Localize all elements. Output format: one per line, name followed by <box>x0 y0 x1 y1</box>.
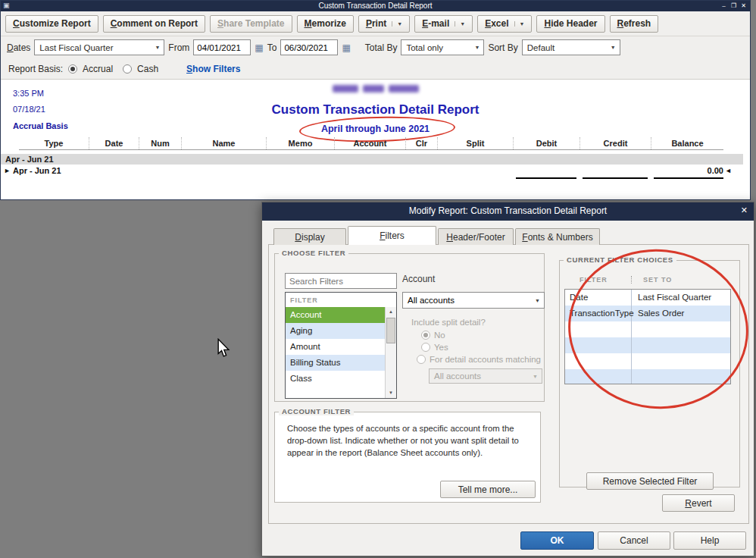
to-date-input[interactable] <box>280 39 338 55</box>
debit-total-underline <box>516 177 576 179</box>
column-header[interactable]: Account <box>334 137 405 149</box>
from-label: From <box>168 42 189 53</box>
excel-dropdown-arrow-icon[interactable]: ▼ <box>514 21 525 27</box>
filter-item-class[interactable]: Class <box>286 371 385 387</box>
filter-row-transaction-type[interactable]: TransactionType Sales Order <box>565 306 730 321</box>
report-filter-bar: Dates Last Fiscal Quarter ▼ From ▦ To ▦ … <box>1 36 750 58</box>
minimize-icon[interactable]: – <box>719 1 729 11</box>
cancel-button[interactable]: Cancel <box>598 531 670 550</box>
filter-row-empty[interactable] <box>565 337 730 353</box>
report-area: 3:35 PM 07/18/21 Accrual Basis Custom Tr… <box>1 80 750 199</box>
filter-item-aging[interactable]: Aging <box>286 323 385 339</box>
accrual-label: Accrual <box>83 64 113 74</box>
column-header[interactable]: Date <box>89 137 139 149</box>
from-date-input[interactable] <box>193 39 251 55</box>
tab-display[interactable]: Display <box>273 228 346 245</box>
show-filters-link[interactable]: Show Filters <box>186 64 240 74</box>
from-calendar-icon[interactable]: ▦ <box>255 42 263 53</box>
filter-row-empty[interactable] <box>565 353 730 369</box>
cash-label: Cash <box>137 64 158 74</box>
column-header[interactable]: Split <box>437 137 513 149</box>
refresh-button[interactable]: Refresh <box>610 15 659 33</box>
dialog-tabs: Display Filters Header/Footer Fonts & Nu… <box>273 226 601 245</box>
print-button[interactable]: Print▼ <box>358 15 410 33</box>
share-template-button[interactable]: Share Template <box>210 15 292 33</box>
report-detail-balance[interactable]: 0.00 <box>651 166 723 175</box>
column-header[interactable]: Clr <box>405 137 437 149</box>
set-to-column-header: SET TO <box>631 276 672 284</box>
filter-item-amount[interactable]: Amount <box>286 339 385 355</box>
close-icon[interactable]: ✕ <box>739 1 748 11</box>
column-header[interactable]: Num <box>139 137 181 149</box>
no-radio[interactable] <box>421 331 430 340</box>
column-header[interactable]: Credit <box>579 137 651 149</box>
email-button[interactable]: E-mail▼ <box>414 15 473 33</box>
filter-column-header: FILTER <box>564 276 631 284</box>
to-calendar-icon[interactable]: ▦ <box>342 42 350 53</box>
filter-item-billing-status[interactable]: Billing Status <box>286 355 385 371</box>
print-dropdown-arrow-icon[interactable]: ▼ <box>392 21 402 27</box>
customize-report-button[interactable]: Customize Report <box>5 15 98 33</box>
scroll-up-icon[interactable]: ▲ <box>386 307 396 317</box>
tab-filters[interactable]: Filters <box>348 226 436 245</box>
scrollbar-thumb[interactable] <box>386 318 395 343</box>
tab-header-footer[interactable]: Header/Footer <box>438 228 514 245</box>
sort-by-select[interactable]: Default ▼ <box>522 39 620 55</box>
column-header[interactable]: Type <box>19 137 89 149</box>
all-accounts-select[interactable]: All accounts ▼ <box>402 292 545 309</box>
yes-radio[interactable] <box>421 343 430 352</box>
filter-list: FILTER Account Aging Amount Billing Stat… <box>285 292 397 399</box>
revert-button[interactable]: Revert <box>662 494 735 512</box>
comment-on-report-button[interactable]: Comment on Report <box>103 15 205 33</box>
total-by-label: Total By <box>365 42 398 53</box>
report-group-row[interactable]: Apr - Jun 21 <box>1 154 743 165</box>
accrual-radio[interactable] <box>68 64 77 74</box>
dropdown-arrow-icon: ▼ <box>611 45 616 50</box>
tab-fonts-numbers[interactable]: Fonts & Numbers <box>515 228 600 245</box>
current-filters-table: Date Last Fiscal Quarter TransactionType… <box>564 289 731 384</box>
column-header[interactable]: Memo <box>266 137 334 149</box>
search-filters-input[interactable] <box>285 273 397 289</box>
filter-row-date[interactable]: Date Last Fiscal Quarter <box>565 290 730 306</box>
dropdown-arrow-icon: ▼ <box>535 298 540 303</box>
filter-row-empty[interactable] <box>565 369 730 384</box>
report-detail-row-label[interactable]: Apr - Jun 21 <box>13 166 61 175</box>
cash-radio[interactable] <box>123 64 132 74</box>
excel-button[interactable]: Excel▼ <box>477 15 532 33</box>
ok-button[interactable]: OK <box>520 531 594 550</box>
company-name-redacted <box>1 85 750 94</box>
filter-row-empty[interactable] <box>565 321 730 337</box>
column-header[interactable]: Name <box>181 137 266 149</box>
report-basis-label: Report Basis: <box>8 64 63 74</box>
report-toolbar: Customize Report Comment on Report Share… <box>1 11 750 36</box>
report-window-title: Custom Transaction Detail Report <box>1 2 750 10</box>
split-detail-matching-option[interactable]: For detail accounts matching <box>417 355 541 364</box>
current-filters-headers: FILTER SET TO <box>564 276 731 284</box>
filter-item-account[interactable]: Account <box>286 307 385 323</box>
scroll-down-icon[interactable]: ▼ <box>386 388 396 398</box>
maximize-icon[interactable]: ❐ <box>729 1 739 11</box>
dropdown-arrow-icon: ▼ <box>474 45 480 50</box>
matching-radio[interactable] <box>417 355 426 364</box>
total-by-select[interactable]: Total only ▼ <box>401 39 484 55</box>
tell-me-more-button[interactable]: Tell me more... <box>440 481 536 498</box>
row-expand-arrow-icon[interactable]: ► <box>4 167 11 174</box>
row-nav-arrow-icon[interactable]: ◄ <box>725 167 732 174</box>
remove-selected-filter-button[interactable]: Remove Selected Filter <box>586 472 714 490</box>
filter-list-scrollbar[interactable]: ▲ ▼ <box>385 307 396 398</box>
dates-range-select[interactable]: Last Fiscal Quarter ▼ <box>34 39 164 55</box>
report-window-titlebar[interactable]: ▣ Custom Transaction Detail Report – ❐ ✕ <box>1 1 750 11</box>
detail-accounts-select[interactable]: All accounts ▼ <box>429 368 542 384</box>
email-dropdown-arrow-icon[interactable]: ▼ <box>455 21 465 27</box>
hide-header-button[interactable]: Hide Header <box>536 15 604 33</box>
dialog-close-icon[interactable]: ✕ <box>741 205 748 215</box>
split-detail-yes-option[interactable]: Yes <box>421 343 448 352</box>
help-button[interactable]: Help <box>673 531 746 550</box>
column-header[interactable]: Debit <box>513 137 579 149</box>
mouse-cursor <box>217 338 230 358</box>
split-detail-no-option[interactable]: No <box>421 331 445 340</box>
memorize-button[interactable]: Memorize <box>297 15 354 33</box>
dialog-titlebar[interactable]: Modify Report: Custom Transaction Detail… <box>262 202 754 221</box>
column-header[interactable]: Balance <box>651 137 723 149</box>
dropdown-arrow-icon: ▼ <box>533 374 538 379</box>
